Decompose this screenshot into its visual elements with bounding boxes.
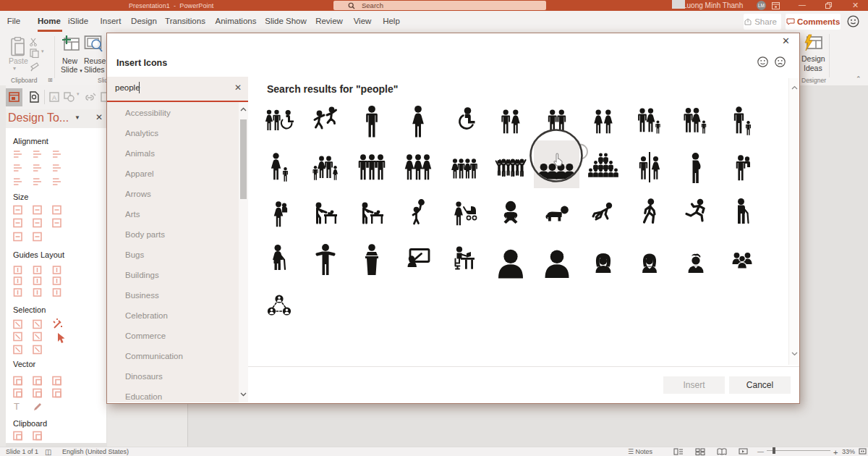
svg-text:A: A (52, 94, 56, 101)
svg-text:T: T (14, 401, 20, 412)
